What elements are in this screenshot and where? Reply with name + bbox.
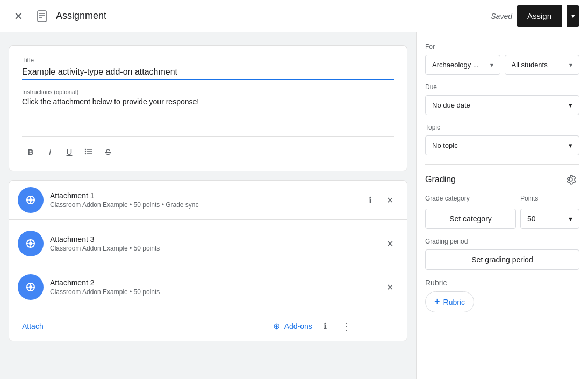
class-chevron-icon: ▾ bbox=[490, 61, 493, 69]
addons-label: Add-ons bbox=[284, 322, 312, 331]
attachment-info: Attachment 1 Classroom Addon Example • 5… bbox=[50, 191, 355, 209]
attachment-actions: ℹ ✕ bbox=[362, 191, 398, 209]
main-layout: Title Instructions (optional) Click the … bbox=[0, 32, 588, 379]
attachment-actions: ✕ bbox=[381, 235, 398, 252]
page-title: Assignment bbox=[56, 10, 106, 22]
grading-controls: Set category 50 ▾ bbox=[425, 209, 579, 229]
toolbar-divider bbox=[22, 136, 394, 137]
set-grading-period-button[interactable]: Set grading period bbox=[425, 249, 579, 270]
students-select[interactable]: All students ▾ bbox=[505, 55, 580, 75]
grading-period-label: Grading period bbox=[425, 238, 579, 245]
attachment-meta: Classroom Addon Example • 50 points bbox=[50, 245, 375, 252]
addons-more-button[interactable]: ⋮ bbox=[338, 318, 355, 335]
attachment-name: Attachment 1 bbox=[50, 191, 355, 200]
bottom-bar: Attach ⊕ Add-ons ℹ ⋮ bbox=[9, 311, 407, 341]
attachment-icon bbox=[18, 231, 44, 256]
document-icon bbox=[33, 8, 51, 25]
attachment-name: Attachment 3 bbox=[50, 235, 375, 244]
points-select[interactable]: 50 ▾ bbox=[520, 209, 579, 229]
class-value: Archaeology ... bbox=[432, 61, 479, 69]
addons-info-button[interactable]: ℹ bbox=[317, 318, 334, 335]
attachment-info: Attachment 2 Classroom Addon Example • 5… bbox=[50, 278, 375, 296]
attachments-container: Attachment 1 Classroom Addon Example • 5… bbox=[9, 180, 407, 341]
top-bar-right: Saved Assign ▾ bbox=[491, 5, 579, 27]
assign-dropdown-arrow: ▾ bbox=[571, 12, 575, 20]
due-date-select[interactable]: No due date ▾ bbox=[425, 95, 579, 115]
strikethrough-button[interactable]: S bbox=[99, 143, 117, 160]
italic-button[interactable]: I bbox=[41, 143, 59, 160]
bold-button[interactable]: B bbox=[22, 143, 39, 160]
attachment-remove-button[interactable]: ✕ bbox=[381, 191, 398, 209]
grading-period-section: Grading period Set grading period bbox=[425, 238, 579, 270]
list-item: Attachment 1 Classroom Addon Example • 5… bbox=[9, 181, 407, 220]
list-item: Attachment 3 Classroom Addon Example • 5… bbox=[9, 224, 407, 263]
for-section-label: For bbox=[425, 43, 579, 51]
for-row: Archaeology ... ▾ All students ▾ bbox=[425, 55, 579, 75]
attachment-icon bbox=[18, 274, 44, 300]
attachment-meta: Classroom Addon Example • 50 points bbox=[50, 288, 375, 296]
class-select[interactable]: Archaeology ... ▾ bbox=[425, 55, 500, 75]
title-label: Title bbox=[22, 56, 394, 64]
attachment-info-button[interactable]: ℹ bbox=[362, 191, 379, 209]
students-value: All students bbox=[512, 61, 548, 69]
list-item: Attachment 2 Classroom Addon Example • 5… bbox=[9, 268, 407, 306]
grading-labels-row: Grade category Points bbox=[425, 195, 579, 202]
add-rubric-plus-icon: + bbox=[434, 296, 440, 308]
text-toolbar: B I U S bbox=[22, 143, 394, 160]
assign-dropdown-button[interactable]: ▾ bbox=[567, 5, 579, 27]
left-panel: Title Instructions (optional) Click the … bbox=[0, 32, 416, 379]
svg-point-15 bbox=[29, 285, 32, 289]
title-input[interactable] bbox=[22, 67, 394, 77]
svg-point-9 bbox=[85, 153, 86, 154]
addons-button[interactable]: ⊕ Add-ons ℹ ⋮ bbox=[221, 311, 407, 341]
grading-title: Grading bbox=[425, 171, 579, 188]
underline-button[interactable]: U bbox=[61, 143, 78, 160]
top-bar: ✕ Assignment Saved Assign ▾ bbox=[0, 0, 588, 32]
svg-point-8 bbox=[85, 151, 86, 152]
set-category-button[interactable]: Set category bbox=[425, 209, 516, 229]
instructions-text[interactable]: Click the attachment below to provide yo… bbox=[22, 97, 394, 130]
due-date-value: No due date bbox=[432, 101, 470, 109]
rubric-section: Rubric + Rubric bbox=[425, 278, 579, 312]
instructions-field: Instructions (optional) Click the attach… bbox=[22, 89, 394, 130]
rubric-label: Rubric bbox=[425, 278, 579, 287]
svg-point-11 bbox=[29, 198, 32, 202]
svg-point-13 bbox=[29, 242, 32, 245]
addons-icon: ⊕ bbox=[273, 321, 280, 331]
add-rubric-button[interactable]: + Rubric bbox=[425, 291, 474, 312]
points-value: 50 bbox=[527, 214, 536, 223]
content-card: Title Instructions (optional) Click the … bbox=[9, 45, 407, 171]
attachment-actions: ✕ bbox=[381, 278, 398, 296]
grading-label: Grading bbox=[425, 175, 456, 184]
attachment-meta: Classroom Addon Example • 50 points • Gr… bbox=[50, 201, 355, 209]
topic-select[interactable]: No topic ▾ bbox=[425, 135, 579, 155]
grading-settings-button[interactable] bbox=[562, 171, 579, 188]
attachment-info: Attachment 3 Classroom Addon Example • 5… bbox=[50, 235, 375, 252]
top-bar-left: ✕ Assignment bbox=[9, 6, 484, 26]
attachment-remove-button[interactable]: ✕ bbox=[381, 235, 398, 252]
attachment-icon bbox=[18, 187, 44, 213]
topic-value: No topic bbox=[432, 141, 458, 149]
attach-label: Attach bbox=[22, 322, 44, 331]
right-panel: For Archaeology ... ▾ All students ▾ Due… bbox=[416, 32, 588, 379]
svg-rect-0 bbox=[38, 11, 46, 22]
add-rubric-label: Rubric bbox=[443, 298, 465, 306]
grade-category-label: Grade category bbox=[425, 195, 516, 202]
points-chevron-icon: ▾ bbox=[569, 214, 572, 223]
title-field-wrapper: Title bbox=[22, 56, 394, 80]
attachment-name: Attachment 2 bbox=[50, 278, 375, 287]
assign-button[interactable]: Assign bbox=[517, 5, 562, 27]
points-label: Points bbox=[520, 195, 579, 202]
due-section-label: Due bbox=[425, 83, 579, 91]
close-button[interactable]: ✕ bbox=[9, 6, 28, 26]
due-date-chevron-icon: ▾ bbox=[569, 101, 572, 109]
topic-chevron-icon: ▾ bbox=[569, 141, 572, 149]
instructions-label: Instructions (optional) bbox=[22, 89, 394, 95]
students-chevron-icon: ▾ bbox=[569, 61, 572, 69]
attachment-remove-button[interactable]: ✕ bbox=[381, 278, 398, 296]
list-button[interactable] bbox=[80, 143, 97, 160]
svg-point-7 bbox=[85, 149, 86, 150]
attach-button[interactable]: Attach bbox=[9, 311, 221, 341]
saved-status: Saved bbox=[491, 12, 512, 20]
topic-section-label: Topic bbox=[425, 124, 579, 131]
